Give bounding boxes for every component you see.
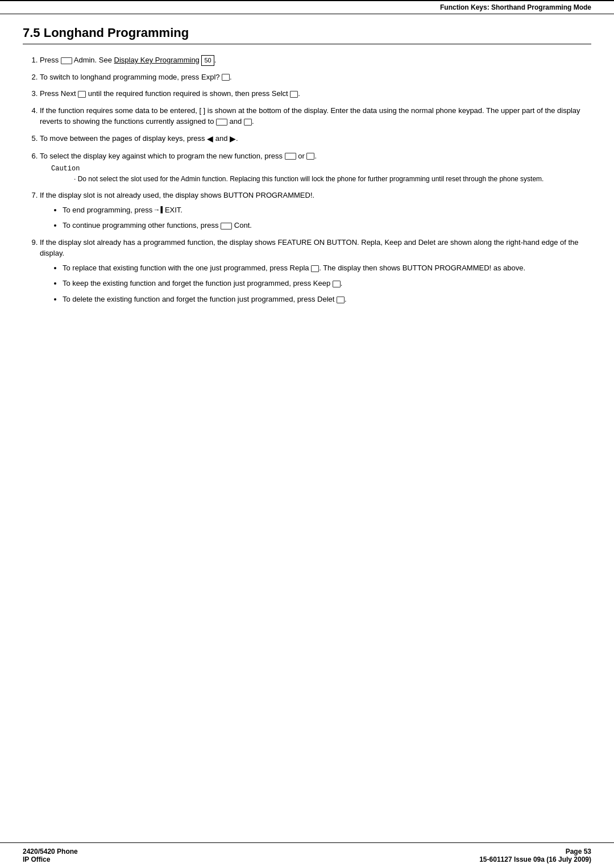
- footer-left: 2420/5420 Phone IP Office: [23, 848, 78, 863]
- display-icon: [61, 57, 72, 64]
- repla-button-icon: [311, 265, 319, 272]
- btn-icon-6: [306, 153, 314, 160]
- footer-issue: 15-601127 Issue 09a (16 July 2009): [479, 856, 591, 863]
- step-9-subitems: To replace that existing function with t…: [57, 262, 591, 305]
- footer-brand: IP Office: [23, 856, 78, 863]
- step-3: Press Next until the required function r…: [40, 88, 591, 99]
- main-content: 7.5 Longhand Programming Press Admin. Se…: [0, 26, 614, 842]
- page-footer: 2420/5420 Phone IP Office Page 53 15-601…: [0, 842, 614, 868]
- step-1-text: Press Admin. See Display Key Programming…: [40, 56, 216, 64]
- btn-icon-4: [244, 119, 252, 126]
- step-9-sub-3: To delete the existing function and forg…: [63, 294, 591, 305]
- page-header: Function Keys: Shorthand Programming Mod…: [0, 0, 614, 14]
- step-9-sub-1: To replace that existing function with t…: [63, 262, 591, 274]
- section-heading: 7.5 Longhand Programming: [23, 26, 591, 44]
- step-4: If the function requires some data to be…: [40, 105, 591, 127]
- step-9: If the display slot already has a progra…: [40, 237, 591, 305]
- display-key-programming-link[interactable]: Display Key Programming: [114, 56, 200, 64]
- step-6: To select the display key against which …: [40, 151, 591, 185]
- footer-page: Page 53: [566, 848, 591, 856]
- display-icon-2: [216, 119, 227, 126]
- display-icon-3: [285, 153, 296, 160]
- step-2: To switch to longhand programming mode, …: [40, 72, 591, 83]
- step-6-text: To select the display key against which …: [40, 152, 317, 160]
- page-badge-50: 50: [201, 55, 214, 66]
- footer-right: Page 53 15-601127 Issue 09a (16 July 200…: [479, 848, 591, 863]
- step-7-sub-1: To end programming, press →▐ EXIT.: [63, 205, 591, 216]
- left-arrow-icon: ◀: [207, 133, 213, 145]
- next-button-icon: [78, 91, 86, 98]
- footer-product: 2420/5420 Phone: [23, 848, 78, 856]
- right-arrow-icon: ▶: [230, 133, 236, 145]
- step-9-sub-2: To keep the existing function and forget…: [63, 278, 591, 289]
- step-2-text: To switch to longhand programming mode, …: [40, 73, 232, 81]
- step-4-text: If the function requires some data to be…: [40, 106, 580, 126]
- keep-button-icon: [333, 281, 341, 287]
- step-1: Press Admin. See Display Key Programming…: [40, 55, 591, 66]
- header-title: Function Keys: Shorthand Programming Mod…: [440, 3, 591, 11]
- step-7-sub-2: To continue programming other functions,…: [63, 220, 591, 231]
- page: Function Keys: Shorthand Programming Mod…: [0, 0, 614, 868]
- selct-button-icon: [290, 91, 298, 98]
- caution-label: Caution: [51, 164, 591, 174]
- step-7-subitems: To end programming, press →▐ EXIT. To co…: [57, 205, 591, 231]
- step-3-text: Press Next until the required function r…: [40, 89, 300, 98]
- steps-list: Press Admin. See Display Key Programming…: [34, 55, 591, 304]
- step-5-text: To move between the pages of display key…: [40, 134, 238, 143]
- caution-item-1: Do not select the slot used for the Admi…: [74, 174, 591, 184]
- display-icon-4: [221, 223, 232, 229]
- exit-icon: →▐: [155, 205, 163, 215]
- step-9-text: If the display slot already has a progra…: [40, 238, 579, 258]
- step-5: To move between the pages of display key…: [40, 133, 591, 145]
- section-number: 7.5: [23, 26, 44, 40]
- step-7: If the display slot is not already used,…: [40, 190, 591, 231]
- section-title-text: Longhand Programming: [44, 26, 189, 40]
- delet-button-icon: [337, 297, 345, 303]
- caution-block: Caution Do not select the slot used for …: [51, 164, 591, 184]
- step-7-text: If the display slot is not already used,…: [40, 191, 314, 199]
- expl-button-icon: [222, 74, 230, 81]
